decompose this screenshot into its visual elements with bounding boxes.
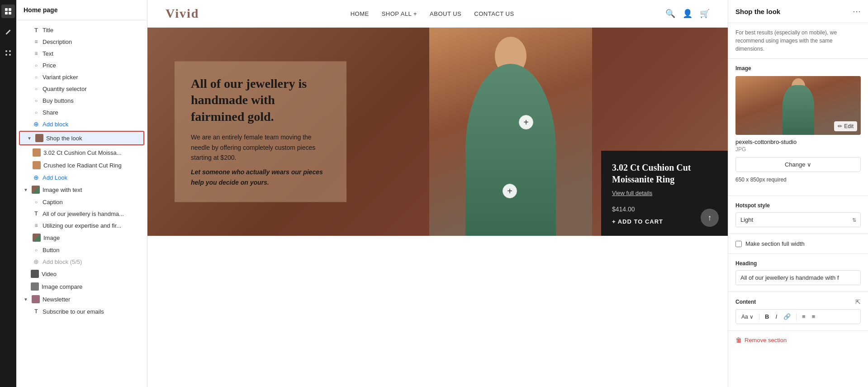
change-image-btn[interactable]: Change ∨ xyxy=(735,157,861,172)
overlay-bg: All of our jewellery is handmade with fa… xyxy=(175,61,346,202)
svg-rect-0 xyxy=(5,8,8,11)
link-btn[interactable]: 🔗 xyxy=(782,312,792,321)
three-dots-btn[interactable]: ⋯ xyxy=(853,6,861,16)
add-block5-icon: ⊕ xyxy=(33,258,40,265)
right-panel-title: Shop the look xyxy=(735,8,780,15)
sidebar-item-image-compare[interactable]: ▶ Image compare xyxy=(16,280,147,293)
full-width-checkbox[interactable] xyxy=(735,241,742,247)
overlay-body: We are an entirely female team moving th… xyxy=(191,133,330,163)
nav-about[interactable]: ABOUT US xyxy=(430,10,461,17)
heading-input[interactable] xyxy=(735,270,861,285)
content-expand-icon[interactable]: ⇱ xyxy=(855,298,861,306)
hotspot-top[interactable]: + xyxy=(519,115,533,129)
remove-section-btn[interactable]: 🗑 Remove section xyxy=(728,330,868,349)
look1-thumb xyxy=(33,148,41,157)
body-icon: ≡ xyxy=(33,222,40,229)
sidebar-item-add-block[interactable]: ⊕ Add block xyxy=(16,118,147,130)
chevron-newsletter-icon: ▼ xyxy=(24,297,28,302)
sidebar-item-button[interactable]: ○ Button xyxy=(16,244,147,256)
sidebar-item-add-block-5[interactable]: ⊕ Add block (5/5) xyxy=(16,256,147,268)
svg-point-7 xyxy=(9,54,11,56)
bold-btn[interactable]: B xyxy=(763,312,771,321)
nav-home[interactable]: HOME xyxy=(351,10,369,17)
sidebar-item-label: Newsletter xyxy=(43,296,70,303)
variant-icon: ○ xyxy=(33,73,40,81)
search-icon[interactable]: 🔍 xyxy=(665,9,675,19)
image-thumb xyxy=(33,234,41,242)
edit-label: Edit xyxy=(844,123,854,129)
hotspot-bottom[interactable]: + xyxy=(503,184,517,198)
account-icon[interactable]: 👤 xyxy=(683,9,693,19)
sidebar-item-label: Image with text xyxy=(43,186,82,193)
sidebar-item-label: Share xyxy=(43,109,58,116)
sidebar-item-title[interactable]: T Title xyxy=(16,24,147,36)
font-size-btn[interactable]: Aa ∨ xyxy=(740,313,755,321)
sidebar-item-price[interactable]: ○ Price xyxy=(16,59,147,71)
share-icon: ○ xyxy=(33,109,40,116)
sidebar-item-variant-picker[interactable]: ○ Variant picker xyxy=(16,71,147,83)
sidebar-item-image-with-text[interactable]: ▼ Image with text xyxy=(16,183,147,196)
sidebar-item-body[interactable]: ≡ Utilizing our expertise and fir... xyxy=(16,220,147,231)
sidebar-item-label: Crushed Ice Radiant Cut Ring xyxy=(43,162,122,169)
nav-contact[interactable]: CONTACT US xyxy=(474,10,514,17)
edit-image-btn[interactable]: ✏ Edit xyxy=(834,121,857,131)
left-icon-nav xyxy=(0,0,16,387)
page-nav: Vivid HOME SHOP ALL + ABOUT US CONTACT U… xyxy=(147,0,728,28)
product-title: 3.02 Ct Cushion Cut Moissanite Ring xyxy=(612,162,717,185)
sidebar-item-heading[interactable]: T All of our jewellery is handma... xyxy=(16,208,147,220)
sidebar-item-look-2[interactable]: Crushed Ice Radiant Cut Ring xyxy=(16,159,147,172)
sidebar-item-label: Subscribe to our emails xyxy=(43,308,104,315)
add-look-icon: ⊕ xyxy=(33,174,40,181)
hotspot-style-section: Hotspot style Light Dark xyxy=(728,196,868,234)
sidebar-item-caption[interactable]: ○ Caption xyxy=(16,196,147,208)
sidebar-item-label: Title xyxy=(43,27,53,33)
remove-section-label: Remove section xyxy=(745,337,787,344)
sidebar-item-text[interactable]: ≡ Text xyxy=(16,48,147,59)
sidebar-item-label: Buy buttons xyxy=(43,97,74,104)
page-logo: Vivid xyxy=(166,6,199,21)
sidebar-item-buy-buttons[interactable]: ○ Buy buttons xyxy=(16,95,147,106)
sidebar-item-share[interactable]: ○ Share xyxy=(16,106,147,118)
content-section: Content ⇱ Aa ∨ B I 🔗 ≡ ≡ xyxy=(728,291,868,330)
shop-look-bg: All of our jewellery is handmade with fa… xyxy=(147,28,728,236)
scroll-to-top-btn[interactable]: ↑ xyxy=(701,209,719,227)
sidebar-item-label: Text xyxy=(43,50,53,57)
sidebar-item-newsletter[interactable]: ▼ Newsletter xyxy=(16,293,147,306)
hotspot-style-select[interactable]: Light Dark xyxy=(735,212,861,227)
svg-rect-2 xyxy=(5,12,8,14)
full-width-section: Make section full width xyxy=(728,234,868,253)
ordered-list-btn[interactable]: ≡ xyxy=(810,312,817,321)
description-icon: ≡ xyxy=(33,38,40,45)
sidebar-item-label: Video xyxy=(42,271,57,277)
sidebar-tree: T Title ≡ Description ≡ Text ○ Price ○ V… xyxy=(16,20,147,321)
nav-shop-all[interactable]: SHOP ALL + xyxy=(382,10,417,17)
sidebar-item-label: Image compare xyxy=(42,283,82,290)
sidebar-item-look-1[interactable]: 3.02 Ct Cushion Cut Moissa... xyxy=(16,146,147,159)
sidebar-item-label: Quantity selector xyxy=(43,86,87,92)
canvas-area: Vivid HOME SHOP ALL + ABOUT US CONTACT U… xyxy=(147,0,728,387)
sidebar-item-description[interactable]: ≡ Description xyxy=(16,36,147,48)
full-width-label: Make section full width xyxy=(745,240,805,247)
image-format: JPG xyxy=(735,146,861,153)
pencil-icon[interactable] xyxy=(1,25,15,39)
sidebar-item-shop-the-look[interactable]: ▼ Shop the look xyxy=(20,132,143,144)
sidebar-item-video[interactable]: ▶ Video xyxy=(16,268,147,280)
sidebar-item-add-look[interactable]: ⊕ Add Look xyxy=(16,172,147,183)
svg-point-5 xyxy=(9,50,11,52)
shop-look-section: All of our jewellery is handmade with fa… xyxy=(147,28,728,236)
content-label: Content xyxy=(735,299,756,305)
sidebar-item-image[interactable]: Image xyxy=(16,231,147,244)
svg-rect-3 xyxy=(9,12,11,14)
italic-btn[interactable]: I xyxy=(773,312,779,321)
unordered-list-btn[interactable]: ≡ xyxy=(800,312,807,321)
content-toolbar: Aa ∨ B I 🔗 ≡ ≡ xyxy=(735,309,861,324)
cart-icon[interactable]: 🛒 xyxy=(700,9,710,19)
sidebar-item-quantity-selector[interactable]: ○ Quantity selector xyxy=(16,83,147,95)
sidebar-item-label: All of our jewellery is handma... xyxy=(43,210,124,217)
grid-icon[interactable] xyxy=(1,46,15,60)
buy-icon: ○ xyxy=(33,97,40,104)
product-link[interactable]: View full details xyxy=(612,190,717,196)
sections-icon[interactable] xyxy=(1,5,15,18)
nav-links: HOME SHOP ALL + ABOUT US CONTACT US xyxy=(351,10,514,17)
sidebar-item-subscribe[interactable]: T Subscribe to our emails xyxy=(16,306,147,317)
